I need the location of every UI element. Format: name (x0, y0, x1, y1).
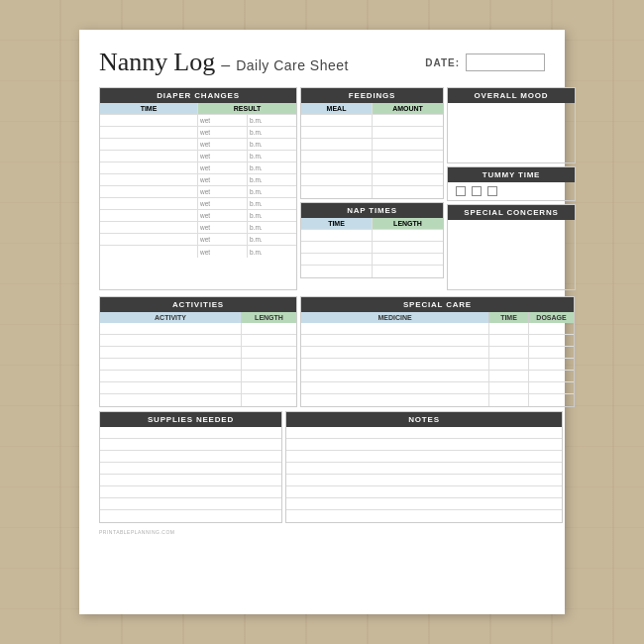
page: Nanny Log – Daily Care Sheet DATE: DIAPE… (79, 30, 565, 614)
title-nanny: Nanny (99, 48, 167, 77)
title-dash: – (221, 56, 230, 74)
note-row (286, 439, 562, 451)
feedings-meal-header: MEAL (301, 103, 373, 114)
activities-subheader: ACTIVITY LENGTH (100, 312, 296, 323)
supply-row (100, 463, 281, 475)
diaper-row: wetb.m. (100, 115, 296, 127)
sc-row (301, 323, 574, 335)
nap-row (301, 254, 443, 266)
nap-time-header: TIME (301, 218, 373, 229)
feeding-row (301, 127, 443, 139)
tummy-section: TUMMY TIME (447, 166, 576, 201)
mood-area (448, 103, 575, 162)
page-title: Nanny Log – Daily Care Sheet (99, 48, 349, 77)
nap-section: NAP TIMES TIME LENGTH (300, 202, 444, 278)
sc-row (301, 371, 574, 382)
supplies-section: SUPPLIES NEEDED (99, 411, 282, 523)
diaper-title: DIAPER CHANGES (100, 88, 296, 103)
supply-row (100, 475, 281, 486)
feedings-nap-col: FEEDINGS MEAL AMOUNT NAP TIMES TIME LENG… (300, 87, 444, 290)
nap-title: NAP TIMES (301, 203, 443, 218)
date-area: DATE: (425, 54, 545, 71)
special-care-title: SPECIAL CARE (301, 297, 574, 312)
feeding-row (301, 186, 443, 198)
diaper-row: wetb.m. (100, 198, 296, 210)
supplies-title: SUPPLIES NEEDED (100, 412, 281, 427)
feeding-row (301, 174, 443, 186)
concerns-section: SPECIAL CONCERNS (447, 204, 576, 290)
notes-section: NOTES (285, 411, 563, 523)
activity-row (100, 359, 296, 371)
top-grid: DIAPER CHANGES TIME RESULT wetb.m. wetb.… (99, 87, 545, 290)
diaper-row: wetb.m. (100, 210, 296, 222)
activity-row (100, 347, 296, 359)
feeding-row (301, 139, 443, 151)
nap-row (301, 230, 443, 242)
date-input-box[interactable] (466, 54, 545, 71)
feeding-row (301, 162, 443, 174)
title-subtitle: Daily Care Sheet (236, 57, 349, 73)
sc-row (301, 347, 574, 359)
supply-row (100, 498, 281, 510)
diaper-time-header: TIME (100, 103, 198, 114)
tummy-checkbox-3[interactable] (487, 186, 497, 196)
feeding-row (301, 115, 443, 127)
nap-row (301, 242, 443, 254)
diaper-result-header: RESULT (198, 103, 296, 114)
notes-title: NOTES (286, 412, 562, 427)
diaper-row: wetb.m. (100, 162, 296, 174)
diaper-row: wetb.m. (100, 246, 296, 258)
mood-section: OVERALL MOOD (447, 87, 576, 163)
concerns-title: SPECIAL CONCERNS (448, 205, 575, 220)
right-col: OVERALL MOOD TUMMY TIME SPECIAL CONCERNS (447, 87, 576, 290)
activity-row (100, 335, 296, 347)
supply-row (100, 439, 281, 451)
sc-medicine-header: MEDICINE (301, 312, 489, 323)
diaper-row: wetb.m. (100, 139, 296, 151)
tummy-title: TUMMY TIME (448, 167, 575, 182)
feedings-title: FEEDINGS (301, 88, 443, 103)
diaper-row: wetb.m. (100, 222, 296, 234)
note-row (286, 463, 562, 475)
diaper-row: wetb.m. (100, 127, 296, 139)
note-row (286, 510, 562, 522)
sc-row (301, 335, 574, 347)
mood-title: OVERALL MOOD (448, 88, 575, 103)
activity-row (100, 323, 296, 335)
feedings-amount-header: AMOUNT (373, 103, 443, 114)
note-row (286, 427, 562, 439)
supply-row (100, 427, 281, 439)
activities-activity-header: ACTIVITY (100, 312, 242, 323)
sc-row (301, 382, 574, 394)
special-care-section: SPECIAL CARE MEDICINE TIME DOSAGE (300, 296, 575, 407)
activity-row (100, 382, 296, 394)
tummy-checkbox-2[interactable] (472, 186, 482, 196)
supply-row (100, 486, 281, 498)
note-row (286, 498, 562, 510)
bottom-grid: SUPPLIES NEEDED NOTES (99, 411, 545, 523)
footer-text: PRINTABLEPLANNING.COM (99, 529, 175, 535)
diaper-row: wetb.m. (100, 234, 296, 246)
sc-row (301, 359, 574, 371)
sc-row (301, 394, 574, 406)
activities-length-header: LENGTH (242, 312, 296, 323)
concerns-area (448, 220, 575, 289)
diaper-row: wetb.m. (100, 174, 296, 186)
tummy-checkbox-1[interactable] (456, 186, 466, 196)
note-row (286, 451, 562, 463)
activities-section: ACTIVITIES ACTIVITY LENGTH (99, 296, 297, 407)
page-header: Nanny Log – Daily Care Sheet DATE: (99, 48, 545, 77)
activities-title: ACTIVITIES (100, 297, 296, 312)
supply-row (100, 510, 281, 522)
footer: PRINTABLEPLANNING.COM (99, 529, 545, 535)
special-care-subheader: MEDICINE TIME DOSAGE (301, 312, 574, 323)
sc-dosage-header: DOSAGE (529, 312, 574, 323)
feedings-section: FEEDINGS MEAL AMOUNT (300, 87, 444, 199)
diaper-section: DIAPER CHANGES TIME RESULT wetb.m. wetb.… (99, 87, 297, 290)
activity-row (100, 394, 296, 406)
date-label: DATE: (425, 57, 460, 68)
tummy-checkboxes (448, 182, 575, 200)
middle-grid: ACTIVITIES ACTIVITY LENGTH SPECIAL CARE … (99, 296, 545, 407)
feeding-row (301, 151, 443, 162)
wet-label: wet (198, 115, 248, 126)
